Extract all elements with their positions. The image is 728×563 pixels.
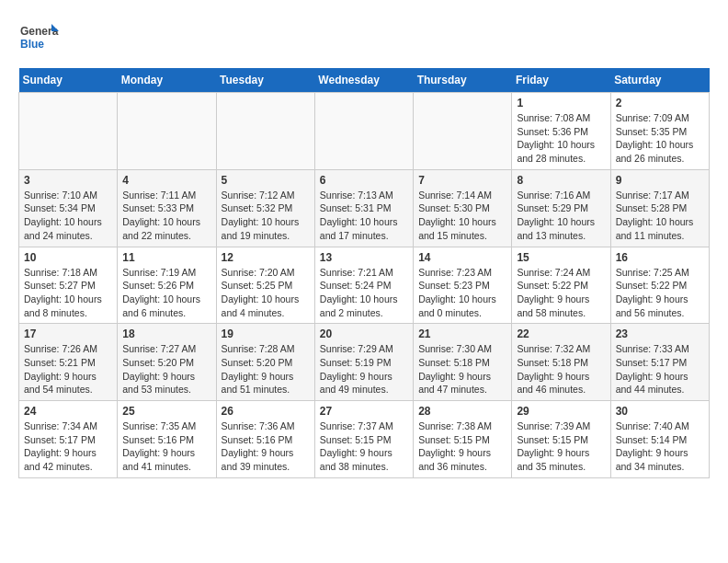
day-info: Sunrise: 7:35 AMSunset: 5:16 PMDaylight:… [122, 419, 210, 474]
day-number: 9 [616, 174, 704, 187]
day-number: 21 [418, 327, 506, 340]
calendar-cell: 26Sunrise: 7:36 AMSunset: 5:16 PMDayligh… [216, 401, 314, 478]
calendar-cell [19, 93, 118, 170]
day-number: 20 [320, 327, 408, 340]
weekday-header-friday: Friday [512, 68, 610, 93]
day-number: 13 [320, 251, 408, 264]
day-number: 15 [517, 251, 605, 264]
calendar-cell: 10Sunrise: 7:18 AMSunset: 5:27 PMDayligh… [19, 247, 118, 324]
day-info: Sunrise: 7:12 AMSunset: 5:32 PMDaylight:… [222, 189, 310, 243]
day-number: 14 [418, 251, 506, 264]
calendar-cell [118, 93, 216, 170]
day-info: Sunrise: 7:21 AMSunset: 5:24 PMDaylight:… [320, 266, 408, 320]
day-info: Sunrise: 7:40 AMSunset: 5:14 PMDaylight:… [616, 419, 704, 474]
day-number: 23 [616, 327, 704, 340]
day-info: Sunrise: 7:30 AMSunset: 5:18 PMDaylight:… [418, 342, 506, 396]
day-number: 19 [222, 327, 310, 340]
calendar-cell: 17Sunrise: 7:26 AMSunset: 5:21 PMDayligh… [19, 324, 118, 401]
day-info: Sunrise: 7:26 AMSunset: 5:21 PMDaylight:… [24, 342, 112, 396]
calendar-cell: 18Sunrise: 7:27 AMSunset: 5:20 PMDayligh… [118, 324, 216, 401]
weekday-header-wednesday: Wednesday [314, 68, 413, 93]
day-info: Sunrise: 7:18 AMSunset: 5:27 PMDaylight:… [24, 266, 112, 320]
calendar-cell: 30Sunrise: 7:40 AMSunset: 5:14 PMDayligh… [610, 401, 709, 478]
calendar-cell: 21Sunrise: 7:30 AMSunset: 5:18 PMDayligh… [414, 324, 512, 401]
calendar-cell: 19Sunrise: 7:28 AMSunset: 5:20 PMDayligh… [216, 324, 314, 401]
calendar-cell: 12Sunrise: 7:20 AMSunset: 5:25 PMDayligh… [216, 247, 314, 324]
logo-svg: General Blue [18, 18, 59, 59]
day-number: 7 [418, 174, 506, 187]
day-info: Sunrise: 7:39 AMSunset: 5:15 PMDaylight:… [517, 419, 605, 474]
week-row-1: 1Sunrise: 7:08 AMSunset: 5:36 PMDaylight… [19, 93, 710, 170]
day-info: Sunrise: 7:13 AMSunset: 5:31 PMDaylight:… [320, 189, 408, 243]
calendar-cell: 24Sunrise: 7:34 AMSunset: 5:17 PMDayligh… [19, 401, 118, 478]
calendar-cell: 16Sunrise: 7:25 AMSunset: 5:22 PMDayligh… [610, 247, 709, 324]
week-row-4: 17Sunrise: 7:26 AMSunset: 5:21 PMDayligh… [19, 324, 710, 401]
calendar-cell: 5Sunrise: 7:12 AMSunset: 5:32 PMDaylight… [216, 169, 314, 247]
weekday-header-row: SundayMondayTuesdayWednesdayThursdayFrid… [19, 68, 710, 93]
calendar-cell: 28Sunrise: 7:38 AMSunset: 5:15 PMDayligh… [414, 401, 512, 478]
svg-text:Blue: Blue [20, 38, 44, 51]
day-number: 2 [616, 97, 704, 109]
day-info: Sunrise: 7:27 AMSunset: 5:20 PMDaylight:… [122, 342, 210, 396]
calendar-cell: 25Sunrise: 7:35 AMSunset: 5:16 PMDayligh… [118, 401, 216, 478]
calendar-cell: 8Sunrise: 7:16 AMSunset: 5:29 PMDaylight… [512, 169, 610, 247]
calendar-cell [314, 93, 413, 170]
calendar-cell: 20Sunrise: 7:29 AMSunset: 5:19 PMDayligh… [314, 324, 413, 401]
calendar-cell: 23Sunrise: 7:33 AMSunset: 5:17 PMDayligh… [610, 324, 709, 401]
day-info: Sunrise: 7:19 AMSunset: 5:26 PMDaylight:… [122, 266, 210, 320]
weekday-header-sunday: Sunday [19, 68, 118, 93]
weekday-header-thursday: Thursday [414, 68, 512, 93]
calendar-cell: 14Sunrise: 7:23 AMSunset: 5:23 PMDayligh… [414, 247, 512, 324]
day-info: Sunrise: 7:37 AMSunset: 5:15 PMDaylight:… [320, 419, 408, 474]
day-number: 30 [616, 405, 704, 418]
day-number: 1 [517, 97, 605, 109]
day-number: 5 [222, 174, 310, 187]
day-number: 26 [222, 405, 310, 418]
logo: General Blue [18, 18, 59, 59]
week-row-5: 24Sunrise: 7:34 AMSunset: 5:17 PMDayligh… [19, 401, 710, 478]
day-info: Sunrise: 7:36 AMSunset: 5:16 PMDaylight:… [222, 419, 310, 474]
week-row-2: 3Sunrise: 7:10 AMSunset: 5:34 PMDaylight… [19, 169, 710, 247]
day-info: Sunrise: 7:38 AMSunset: 5:15 PMDaylight:… [418, 419, 506, 474]
day-number: 28 [418, 405, 506, 418]
calendar-cell: 1Sunrise: 7:08 AMSunset: 5:36 PMDaylight… [512, 93, 610, 170]
page-header: General Blue [18, 18, 710, 59]
day-info: Sunrise: 7:11 AMSunset: 5:33 PMDaylight:… [122, 189, 210, 243]
calendar-cell: 4Sunrise: 7:11 AMSunset: 5:33 PMDaylight… [118, 169, 216, 247]
calendar-cell: 22Sunrise: 7:32 AMSunset: 5:18 PMDayligh… [512, 324, 610, 401]
day-info: Sunrise: 7:33 AMSunset: 5:17 PMDaylight:… [616, 342, 704, 396]
day-info: Sunrise: 7:20 AMSunset: 5:25 PMDaylight:… [222, 266, 310, 320]
day-info: Sunrise: 7:23 AMSunset: 5:23 PMDaylight:… [418, 266, 506, 320]
calendar-cell [414, 93, 512, 170]
day-info: Sunrise: 7:09 AMSunset: 5:35 PMDaylight:… [616, 111, 704, 166]
day-number: 27 [320, 405, 408, 418]
calendar-cell: 13Sunrise: 7:21 AMSunset: 5:24 PMDayligh… [314, 247, 413, 324]
calendar-cell: 11Sunrise: 7:19 AMSunset: 5:26 PMDayligh… [118, 247, 216, 324]
day-number: 8 [517, 174, 605, 187]
day-number: 29 [517, 405, 605, 418]
calendar-cell: 15Sunrise: 7:24 AMSunset: 5:22 PMDayligh… [512, 247, 610, 324]
weekday-header-saturday: Saturday [610, 68, 709, 93]
calendar-body: 1Sunrise: 7:08 AMSunset: 5:36 PMDaylight… [19, 93, 710, 478]
day-info: Sunrise: 7:24 AMSunset: 5:22 PMDaylight:… [517, 266, 605, 320]
day-info: Sunrise: 7:25 AMSunset: 5:22 PMDaylight:… [616, 266, 704, 320]
day-number: 4 [122, 174, 210, 187]
day-number: 18 [122, 327, 210, 340]
calendar-cell: 6Sunrise: 7:13 AMSunset: 5:31 PMDaylight… [314, 169, 413, 247]
week-row-3: 10Sunrise: 7:18 AMSunset: 5:27 PMDayligh… [19, 247, 710, 324]
day-number: 17 [24, 327, 112, 340]
day-number: 3 [24, 174, 112, 187]
weekday-header-tuesday: Tuesday [216, 68, 314, 93]
calendar-cell: 2Sunrise: 7:09 AMSunset: 5:35 PMDaylight… [610, 93, 709, 170]
weekday-header-monday: Monday [118, 68, 216, 93]
day-info: Sunrise: 7:14 AMSunset: 5:30 PMDaylight:… [418, 189, 506, 243]
day-info: Sunrise: 7:32 AMSunset: 5:18 PMDaylight:… [517, 342, 605, 396]
calendar-cell: 7Sunrise: 7:14 AMSunset: 5:30 PMDaylight… [414, 169, 512, 247]
day-info: Sunrise: 7:29 AMSunset: 5:19 PMDaylight:… [320, 342, 408, 396]
calendar-cell: 9Sunrise: 7:17 AMSunset: 5:28 PMDaylight… [610, 169, 709, 247]
calendar-cell [216, 93, 314, 170]
calendar-cell: 3Sunrise: 7:10 AMSunset: 5:34 PMDaylight… [19, 169, 118, 247]
day-info: Sunrise: 7:34 AMSunset: 5:17 PMDaylight:… [24, 419, 112, 474]
day-info: Sunrise: 7:28 AMSunset: 5:20 PMDaylight:… [222, 342, 310, 396]
day-info: Sunrise: 7:10 AMSunset: 5:34 PMDaylight:… [24, 189, 112, 243]
